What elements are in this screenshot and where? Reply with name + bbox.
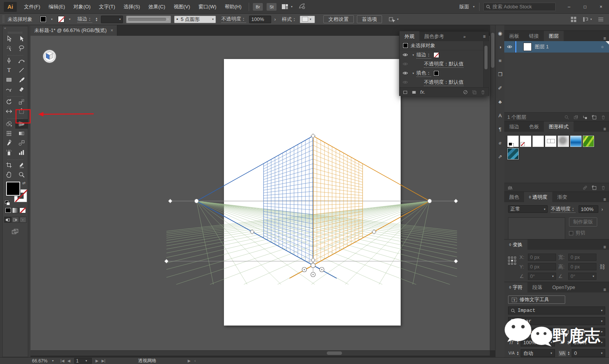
tab-appearance-1[interactable]: 颜色参考 [419, 31, 449, 42]
horizontal-scroll-thumb[interactable] [327, 351, 342, 355]
transparency-opacity-label[interactable]: 不透明度： [551, 206, 575, 213]
kerning-stepper[interactable]: ▲▼ [516, 351, 519, 356]
panel-menu-icon[interactable]: ≡ [603, 244, 609, 250]
align-panel-icon[interactable]: ≡ [496, 55, 505, 66]
symbol-sprayer-tool[interactable] [3, 148, 15, 157]
menu-item-2[interactable]: 对象(O) [69, 0, 95, 14]
stock-badge[interactable]: St [267, 3, 277, 11]
menu-icon[interactable] [598, 17, 604, 22]
width-field[interactable]: 0 px [568, 254, 596, 261]
graphic-style-pair-none[interactable] [545, 136, 556, 147]
gpu-performance-icon[interactable] [299, 3, 305, 10]
fill-proxy-swatch[interactable] [6, 182, 20, 196]
layer-target-icon[interactable]: ○ [601, 45, 604, 49]
tab-transp-0[interactable]: 颜色 [504, 192, 524, 202]
menu-item-4[interactable]: 选择(S) [119, 0, 144, 14]
tab-layers-1[interactable]: 链接 [524, 31, 544, 41]
tab-styles-2[interactable]: 图形样式 [544, 121, 574, 132]
visibility-eye-icon[interactable] [403, 71, 408, 75]
stroke-opacity-label[interactable]: 不透明度：默认值 [424, 61, 464, 68]
tab-layers-2[interactable]: 图层 [544, 31, 564, 41]
next-page-button[interactable]: ▶ [96, 359, 99, 363]
workspace-switcher[interactable]: 版面 ▾ [455, 3, 479, 10]
tab-char-0[interactable]: ◊字符 [504, 282, 527, 292]
visibility-eye-icon[interactable] [403, 62, 408, 66]
stroke-weight-combo[interactable]: ▾ [101, 16, 123, 23]
appearance-selection-row[interactable]: 未选择对象 [400, 41, 489, 50]
visibility-eye-icon[interactable] [507, 45, 512, 49]
fill-color-swatch[interactable] [40, 16, 46, 22]
search-icon[interactable] [564, 114, 569, 120]
touch-type-tool-button[interactable]: T 修饰文字工具 [508, 295, 565, 304]
menu-item-0[interactable]: 文件(F) [20, 0, 45, 14]
tracking-combo[interactable]: 0▾ [572, 349, 605, 357]
mesh-tool[interactable] [3, 129, 15, 138]
lasso-tool[interactable] [15, 43, 28, 53]
add-effect-button[interactable]: fx. [420, 89, 425, 95]
font-family-combo[interactable]: Impact ▾ [508, 307, 605, 315]
type-tool[interactable]: T [3, 65, 15, 75]
new-stroke-icon[interactable] [403, 89, 408, 95]
curvature-tool[interactable] [15, 56, 28, 65]
tab-appearance-0[interactable]: 外观 [400, 31, 419, 42]
draw-behind-button[interactable] [12, 217, 19, 223]
pen-tool[interactable] [3, 56, 15, 65]
width-profile-combo[interactable]: ▾ [126, 16, 171, 23]
graphic-style-blue-glass[interactable] [570, 136, 582, 147]
workspace-grid-icon[interactable] [571, 17, 577, 22]
new-layer-icon[interactable] [591, 114, 597, 120]
zoom-level[interactable]: 66.67% [32, 358, 48, 364]
kerning-combo[interactable]: 自动▾ [521, 349, 555, 357]
cursor-options-button[interactable]: ▾ [389, 16, 399, 22]
menu-item-5[interactable]: 效果(C) [144, 0, 169, 14]
stroke-color-swatch[interactable] [58, 16, 64, 22]
height-field[interactable]: 0 px [568, 263, 596, 270]
none-button[interactable] [19, 208, 26, 213]
duplicate-item-icon[interactable] [472, 89, 477, 95]
stroke-weight-stepper[interactable]: ▲▼ [95, 17, 98, 22]
make-mask-button[interactable]: 制作蒙版 [569, 217, 597, 227]
vertical-scroll-thumb[interactable] [491, 33, 494, 68]
appearance-stroke-row[interactable]: ▾ 描边： [400, 50, 489, 59]
status-menu-arrow[interactable]: ▶ [188, 359, 191, 363]
character-styles-panel-icon[interactable]: A [496, 110, 505, 121]
eraser-tool[interactable] [15, 85, 28, 94]
tracking-stepper[interactable]: ▲▼ [567, 351, 570, 356]
symbols-panel-icon[interactable]: ♣ [496, 96, 505, 107]
expand-chevron-icon[interactable]: ▾ [412, 53, 414, 57]
tab-transp-1[interactable]: ◊透明度 [524, 192, 552, 202]
visibility-eye-icon[interactable] [403, 53, 408, 57]
stroke-none-swatch[interactable] [433, 52, 439, 58]
shaper-tool[interactable] [3, 85, 15, 94]
reference-point-selector[interactable] [508, 257, 516, 265]
document-tab[interactable]: 未标题-1* @ 66.67% (RGB/预览) × [30, 25, 117, 36]
panel-expand-icon[interactable]: » [463, 34, 468, 39]
panel-menu-icon[interactable]: ≡ [603, 36, 609, 41]
horizontal-scrollbar[interactable] [30, 350, 490, 356]
styles-library-icon[interactable] [507, 185, 513, 191]
tab-layers-0[interactable]: 画板 [504, 31, 524, 41]
hand-tool[interactable] [3, 170, 15, 179]
graphic-style-green-leaf[interactable] [583, 136, 594, 147]
constrain-proportions-icon[interactable]: ⛓ [599, 263, 605, 270]
column-graph-tool[interactable] [15, 148, 28, 157]
menu-item-6[interactable]: 视图(V) [169, 0, 194, 14]
appearance-scroll-thumb[interactable] [484, 46, 488, 69]
panel-menu-icon[interactable]: ≡ [603, 126, 609, 132]
rotate-combo[interactable]: 0°▾ [528, 273, 556, 280]
panel-menu-icon[interactable]: ≡ [603, 287, 609, 292]
y-field[interactable]: 0 px [528, 263, 556, 270]
artboard-tool[interactable] [3, 160, 15, 170]
artboard-number-combo[interactable]: 1 ▾ [74, 358, 92, 364]
menu-item-7[interactable]: 窗口(W) [194, 0, 221, 14]
arrange-documents-button[interactable]: ▾ [282, 4, 293, 10]
close-button[interactable]: × [593, 0, 609, 14]
panel-menu-icon[interactable]: ≡ [603, 197, 609, 202]
opacity-more-button[interactable]: › [274, 16, 276, 22]
tab-styles-1[interactable]: 色板 [524, 121, 544, 132]
tab-char-2[interactable]: OpenType [547, 282, 580, 292]
selection-tool[interactable] [3, 34, 15, 43]
brushes-panel-icon[interactable]: ✐ [496, 82, 505, 94]
last-page-button[interactable]: ▶| [101, 359, 105, 363]
pathfinder-panel-icon[interactable]: ❐ [496, 69, 505, 80]
